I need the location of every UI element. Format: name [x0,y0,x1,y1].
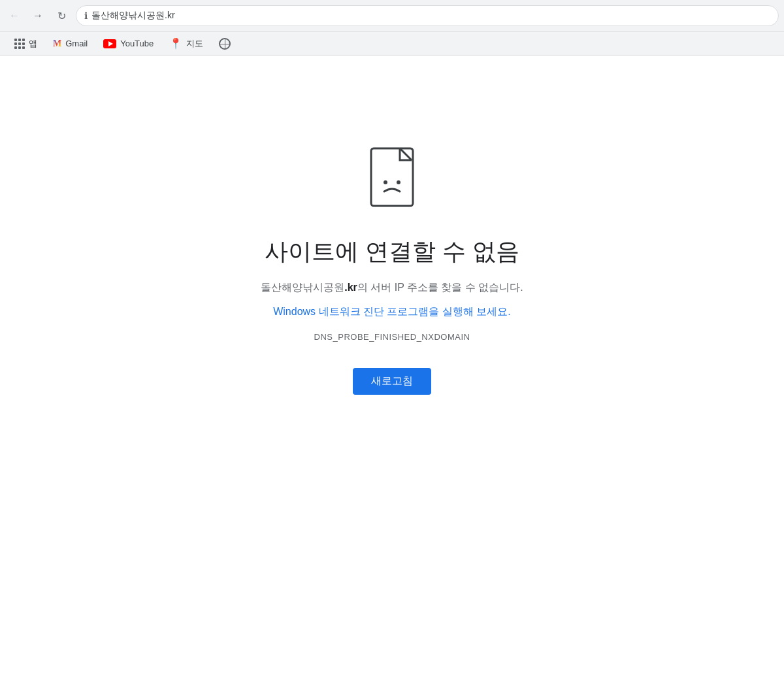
gmail-icon: M [53,39,61,49]
gmail-label: Gmail [65,39,88,48]
error-description: 돌산해양낚시공원.kr의 서버 IP 주소를 찾을 수 없습니다. [261,281,523,295]
globe-icon [219,38,231,50]
svg-point-2 [384,180,387,184]
apps-grid-icon [14,39,25,49]
reload-page-button[interactable]: 새로고침 [353,368,431,395]
url-text: 돌산해양낚시공원.kr [91,10,175,22]
error-description-suffix: 의 서버 IP 주소를 찾을 수 없습니다. [357,282,523,293]
error-description-prefix: 돌산해양낚시공원 [261,282,344,293]
address-bar[interactable]: ℹ 돌산해양낚시공원.kr [76,5,779,26]
forward-button[interactable]: → [29,7,47,25]
bookmark-youtube[interactable]: YouTube [97,36,160,51]
apps-label: 앱 [29,38,37,50]
bookmark-apps[interactable]: 앱 [8,35,44,52]
bookmark-maps[interactable]: 📍 지도 [163,35,210,52]
youtube-label: YouTube [120,39,154,48]
maps-icon: 📍 [169,37,182,50]
back-button[interactable]: ← [5,7,24,25]
error-icon-container [366,147,418,210]
error-document-icon [366,147,418,207]
page-content: 사이트에 연결할 수 없음 돌산해양낚시공원.kr의 서버 IP 주소를 찾을 … [0,56,784,611]
error-description-bold: .kr [344,282,357,293]
svg-point-3 [397,180,400,184]
reload-button-nav[interactable]: ↻ [52,7,71,25]
svg-line-1 [400,148,412,160]
security-info-icon: ℹ [84,10,88,21]
svg-rect-0 [371,148,413,206]
address-bar-row: ← → ↻ ℹ 돌산해양낚시공원.kr [0,0,784,31]
network-diagnostic-link[interactable]: Windows 네트워크 진단 프로그램을 실행해 보세요. [273,305,511,319]
browser-chrome: ← → ↻ ℹ 돌산해양낚시공원.kr 앱 M Gmail [0,0,784,56]
maps-label: 지도 [186,38,203,50]
bookmarks-bar: 앱 M Gmail YouTube 📍 지도 [0,31,784,55]
bookmark-gmail[interactable]: M Gmail [46,36,94,52]
error-code: DNS_PROBE_FINISHED_NXDOMAIN [314,332,470,342]
error-heading: 사이트에 연결할 수 없음 [265,236,519,268]
bookmark-web[interactable] [212,35,237,52]
youtube-icon [103,39,116,48]
